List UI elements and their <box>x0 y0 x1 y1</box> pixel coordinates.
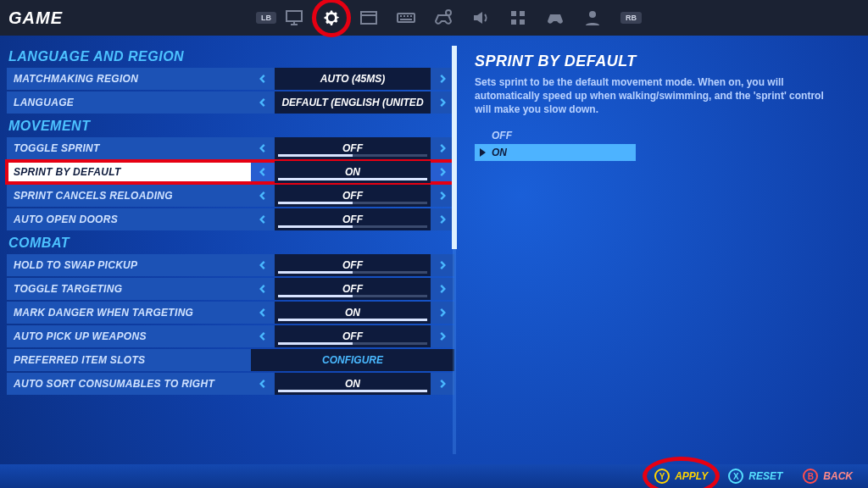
monitor-icon[interactable] <box>283 7 305 29</box>
row-sprint-cancels-reloading[interactable]: SPRINT CANCELS RELOADING OFF <box>7 185 454 207</box>
row-value: AUTO (45MS) <box>275 68 431 90</box>
section-language-region: LANGUAGE AND REGION <box>8 49 454 64</box>
chevron-right-icon[interactable] <box>431 92 454 114</box>
row-label: SPRINT BY DEFAULT <box>7 161 251 183</box>
row-language[interactable]: LANGUAGE DEFAULT (ENGLISH (UNITED <box>7 92 454 114</box>
row-value: OFF <box>275 208 431 230</box>
controller-gear-icon[interactable] <box>432 7 454 29</box>
settings-tabstrip <box>283 7 604 29</box>
chevron-right-icon[interactable] <box>431 302 454 324</box>
svg-rect-3 <box>520 11 525 16</box>
option-on: ON <box>475 144 636 161</box>
option-off: OFF <box>475 127 636 144</box>
row-toggle-sprint[interactable]: TOGGLE SPRINT OFF <box>7 137 454 159</box>
row-label: TOGGLE SPRINT <box>7 137 251 159</box>
row-auto-open-doors[interactable]: AUTO OPEN DOORS OFF <box>7 208 454 230</box>
row-value: OFF <box>275 254 431 276</box>
main-area: LANGUAGE AND REGION MATCHMAKING REGION A… <box>0 36 868 464</box>
row-label: AUTO SORT CONSUMABLES TO RIGHT <box>7 373 251 395</box>
apply-button[interactable]: Y APPLY <box>654 469 708 484</box>
chevron-left-icon[interactable] <box>251 161 275 183</box>
row-label: TOGGLE TARGETING <box>7 278 251 300</box>
scrollbar[interactable] <box>453 46 456 454</box>
row-label: PREFERRED ITEM SLOTS <box>7 349 251 371</box>
row-value: OFF <box>275 278 431 300</box>
svg-rect-5 <box>520 19 525 25</box>
chevron-left-icon[interactable] <box>251 68 275 90</box>
chevron-right-icon[interactable] <box>431 278 454 300</box>
row-value: OFF <box>275 325 431 347</box>
bumper-right-badge[interactable]: RB <box>620 12 642 24</box>
description-body: Sets sprint to be the default movement m… <box>475 75 839 117</box>
top-bar: GAME LB <box>0 0 868 36</box>
chevron-right-icon[interactable] <box>431 137 454 159</box>
chevron-left-icon[interactable] <box>251 208 275 230</box>
chevron-right-icon[interactable] <box>431 208 454 230</box>
row-matchmaking-region[interactable]: MATCHMAKING REGION AUTO (45MS) <box>7 68 454 90</box>
row-label: HOLD TO SWAP PICKUP <box>7 254 251 276</box>
person-icon[interactable] <box>581 7 604 29</box>
row-value: DEFAULT (ENGLISH (UNITED <box>275 92 431 114</box>
page-title: GAME <box>8 8 63 28</box>
row-label: AUTO OPEN DOORS <box>7 208 251 230</box>
svg-rect-0 <box>398 14 415 22</box>
row-label: MARK DANGER WHEN TARGETING <box>7 302 251 324</box>
description-title: SPRINT BY DEFAULT <box>475 53 844 70</box>
reset-label: RESET <box>748 470 782 482</box>
row-preferred-item-slots[interactable]: PREFERRED ITEM SLOTS CONFIGURE <box>7 349 454 371</box>
x-button-icon: X <box>728 469 743 484</box>
chevron-left-icon[interactable] <box>251 278 275 300</box>
svg-rect-4 <box>511 19 516 25</box>
chevron-left-icon[interactable] <box>251 302 275 324</box>
chevron-left-icon[interactable] <box>251 254 275 276</box>
row-value: OFF <box>275 185 431 207</box>
window-icon[interactable] <box>358 7 380 29</box>
row-label: LANGUAGE <box>7 92 251 114</box>
chevron-left-icon[interactable] <box>251 373 275 395</box>
section-movement: MOVEMENT <box>8 119 454 134</box>
chevron-right-icon[interactable] <box>431 325 454 347</box>
section-combat: COMBAT <box>8 236 454 251</box>
chevron-left-icon[interactable] <box>251 325 275 347</box>
chevron-right-icon[interactable] <box>431 185 454 207</box>
chevron-left-icon[interactable] <box>251 137 275 159</box>
chevron-right-icon[interactable] <box>431 373 454 395</box>
b-button-icon: B <box>803 469 818 484</box>
y-button-icon: Y <box>654 469 670 484</box>
bumper-left-badge[interactable]: LB <box>256 12 276 24</box>
row-label: MATCHMAKING REGION <box>7 68 251 90</box>
row-value: ON <box>275 373 431 395</box>
chevron-left-icon[interactable] <box>251 185 275 207</box>
chevron-right-icon[interactable] <box>431 161 454 183</box>
row-label: AUTO PICK UP WEAPONS <box>7 325 251 347</box>
gear-icon[interactable] <box>320 7 342 29</box>
row-mark-danger-targeting[interactable]: MARK DANGER WHEN TARGETING ON <box>7 302 454 324</box>
row-auto-pick-up-weapons[interactable]: AUTO PICK UP WEAPONS OFF <box>7 325 454 347</box>
speaker-icon[interactable] <box>470 7 492 29</box>
chevron-left-icon[interactable] <box>251 92 275 114</box>
reset-button[interactable]: X RESET <box>728 469 782 484</box>
keyboard-icon[interactable] <box>395 7 417 29</box>
row-hold-to-swap-pickup[interactable]: HOLD TO SWAP PICKUP OFF <box>7 254 454 276</box>
row-sprint-by-default[interactable]: SPRINT BY DEFAULT ON <box>7 161 454 183</box>
chevron-right-icon[interactable] <box>431 254 454 276</box>
settings-list: LANGUAGE AND REGION MATCHMAKING REGION A… <box>0 36 458 464</box>
row-toggle-targeting[interactable]: TOGGLE TARGETING OFF <box>7 278 454 300</box>
description-panel: SPRINT BY DEFAULT Sets sprint to be the … <box>458 36 868 464</box>
gamepad-icon[interactable] <box>544 7 566 29</box>
apply-label: APPLY <box>675 470 708 482</box>
row-label: SPRINT CANCELS RELOADING <box>7 185 251 207</box>
back-button[interactable]: B BACK <box>803 469 853 484</box>
description-options: OFF ON <box>475 127 844 161</box>
svg-point-1 <box>446 10 451 15</box>
row-value: OFF <box>275 137 431 159</box>
row-auto-sort-consumables[interactable]: AUTO SORT CONSUMABLES TO RIGHT ON <box>7 373 454 395</box>
chevron-right-icon[interactable] <box>431 68 454 90</box>
swatches-icon[interactable] <box>507 7 529 29</box>
row-value: ON <box>275 161 431 183</box>
configure-button[interactable]: CONFIGURE <box>251 349 454 371</box>
bottom-action-bar: Y APPLY X RESET B BACK <box>0 464 868 488</box>
svg-rect-2 <box>511 11 516 16</box>
svg-point-6 <box>589 11 596 18</box>
row-value: ON <box>275 302 431 324</box>
